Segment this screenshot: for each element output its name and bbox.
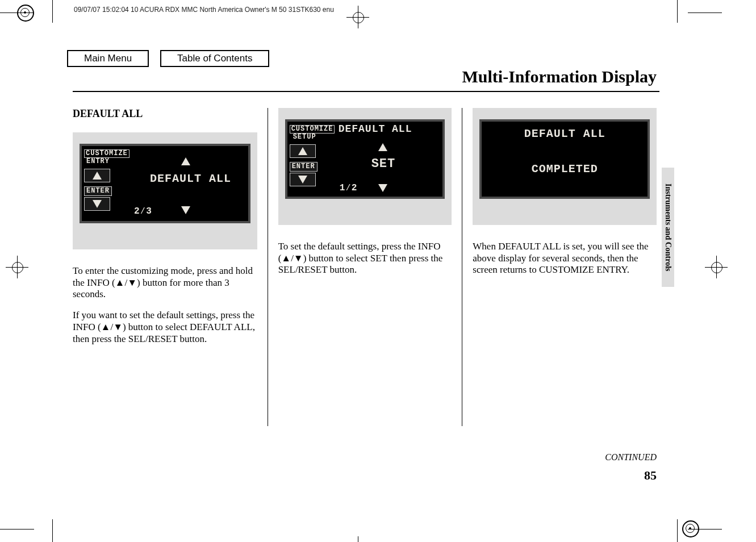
column-1: DEFAULT ALL CUSTOMIZE ENTRY ENTER DEFAUL…	[73, 108, 268, 426]
title-rule	[73, 91, 659, 92]
crop-mark	[677, 0, 678, 23]
lcd-fraction: 2⁄3	[134, 206, 152, 216]
down-arrow-icon	[298, 176, 307, 184]
lcd-main-text: SET	[371, 157, 396, 171]
body-paragraph: To set the default settings, press the I…	[278, 241, 452, 276]
page-number: 85	[644, 468, 657, 483]
registration-mark-icon	[682, 520, 699, 537]
body-paragraph: To enter the customizing mode, press and…	[73, 265, 257, 301]
page-title: Multi-Information Display	[462, 67, 657, 86]
up-arrow-icon	[378, 143, 387, 151]
down-arrow-icon	[181, 206, 190, 214]
up-arrow-icon	[181, 157, 190, 165]
lcd-label-setup: SETUP	[290, 134, 335, 141]
lcd-title-text: DEFAULT ALL	[482, 127, 648, 140]
body-paragraph: If you want to set the default settings,…	[73, 310, 257, 345]
lcd-title-text: DEFAULT ALL	[339, 123, 412, 135]
header-stamp: 09/07/07 15:02:04 10 ACURA RDX MMC North…	[74, 6, 334, 14]
crop-mark	[0, 529, 34, 530]
section-heading: DEFAULT ALL	[73, 108, 257, 120]
crop-mark	[688, 12, 722, 13]
column-2: CUSTOMIZE SETUP ENTER DEFAULT ALL SET 1⁄…	[268, 108, 462, 426]
body-paragraph: When DEFAULT ALL is set, you will see th…	[473, 241, 657, 276]
screen-illustration-1: CUSTOMIZE ENTRY ENTER DEFAULT ALL 2⁄3	[73, 132, 257, 249]
up-arrow-icon	[93, 172, 102, 180]
section-tab: Instruments and Controls	[662, 168, 674, 287]
crop-mark	[677, 519, 678, 542]
down-arrow-icon	[93, 200, 102, 208]
lcd-main-text: COMPLETED	[482, 162, 648, 176]
registration-mark-icon	[17, 5, 34, 22]
column-3: DEFAULT ALL COMPLETED When DEFAULT ALL i…	[462, 108, 657, 426]
down-arrow-icon	[378, 184, 387, 192]
lcd-label-entry: ENTRY	[84, 158, 130, 165]
crop-mark	[52, 519, 53, 542]
lcd-enter-label: ENTER	[290, 162, 318, 172]
lcd-main-text: DEFAULT ALL	[150, 172, 231, 185]
crop-mark	[52, 0, 53, 23]
continued-label: CONTINUED	[605, 452, 657, 462]
screen-illustration-2: CUSTOMIZE SETUP ENTER DEFAULT ALL SET 1⁄…	[278, 108, 452, 225]
main-menu-button[interactable]: Main Menu	[67, 50, 149, 67]
lcd-label-customize: CUSTOMIZE	[290, 125, 335, 134]
up-arrow-icon	[298, 147, 307, 155]
lcd-label-customize: CUSTOMIZE	[84, 149, 130, 158]
screen-illustration-3: DEFAULT ALL COMPLETED	[473, 108, 657, 225]
lcd-enter-label: ENTER	[84, 186, 112, 196]
lcd-fraction: 1⁄2	[340, 183, 358, 193]
toc-button[interactable]: Table of Contents	[160, 50, 269, 67]
